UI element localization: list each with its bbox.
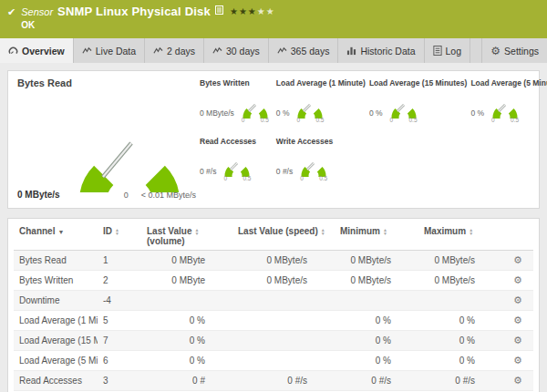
channel-name[interactable]: Load Average (15 Mi...: [14, 331, 98, 351]
priority-stars[interactable]: ★★★★★: [230, 6, 275, 16]
last-value-volume: 0 MByte: [141, 251, 232, 271]
tab-settings[interactable]: ⚙ Settings: [481, 38, 547, 63]
tab-historic-data[interactable]: Historic Data: [338, 38, 424, 63]
maximum-value: 0 MByte/s: [418, 251, 502, 271]
channel-id: 7: [98, 331, 141, 351]
tab-label: Log: [446, 46, 462, 57]
prtg-sensor-page: ✔ Sensor SNMP Linux Physical Disk ★★★★★ …: [0, 0, 547, 392]
object-kind-label: Sensor: [21, 6, 53, 17]
channel-settings-icon[interactable]: ⚙: [513, 274, 522, 285]
status-badge: OK: [21, 20, 275, 30]
tab-live-data[interactable]: Live Data: [74, 38, 145, 63]
last-value-volume: 0 #: [141, 371, 232, 391]
tab-2-days[interactable]: 2 days: [145, 38, 204, 63]
tab-label: Historic Data: [360, 46, 415, 57]
gauge-dial: [61, 90, 198, 192]
line-chart-icon: [153, 46, 163, 56]
sort-icon: ▲▼: [469, 228, 473, 235]
tab-label: 30 days: [226, 46, 260, 57]
channel-name[interactable]: Read Accesses: [14, 371, 98, 391]
table-row: Read Accesses 3 0 # 0 #/s 0 #/s 0 #/s ⚙: [14, 371, 533, 391]
gauge-dial: 0 0.5: [387, 91, 421, 124]
gauge-max-label: 0.5: [315, 117, 324, 123]
col-header-actions: [502, 221, 533, 251]
last-value-volume: 0 %: [141, 351, 232, 371]
minimum-value: 0 MByte/s: [335, 251, 418, 271]
channel-settings-icon[interactable]: ⚙: [513, 315, 522, 325]
channel-name[interactable]: Bytes Read: [14, 251, 98, 271]
line-chart-icon: [82, 46, 92, 56]
table-row: Bytes Written 2 0 MByte 0 MByte/s 0 MByt…: [14, 271, 533, 291]
tab-365-days[interactable]: 365 days: [269, 38, 339, 63]
col-label: Last Value: [147, 226, 191, 236]
sort-icon: ▲▼: [115, 228, 119, 235]
channel-name[interactable]: Load Average (1 Min...: [14, 311, 98, 331]
gauges-panel: Bytes Read 0 MByte/s 0 < 0.01 MByte/s By…: [7, 70, 540, 209]
col-label: Maximum: [424, 226, 466, 236]
channel-name[interactable]: Downtime: [14, 291, 98, 311]
gauge-icon: [8, 46, 18, 56]
gauge-min-label: 0: [300, 175, 304, 181]
last-value-volume: 0 MByte: [141, 271, 232, 291]
channel-name[interactable]: Load Average (5 Min...: [14, 351, 98, 371]
gauge-max-label: 0.5: [319, 175, 327, 181]
gauge-max-label: 0.5: [511, 117, 519, 123]
gauge-max-label: 0.5: [243, 175, 251, 181]
col-header-last-value-volume[interactable]: Last Value▲▼ (volume): [141, 221, 232, 251]
mini-gauge-read-accesses: Read Accesses 0 #/s 0 0.5: [200, 137, 273, 184]
last-value-speed: 0 MByte/s: [232, 271, 335, 291]
table-row: Load Average (15 Mi... 7 0 % 0 % 0 % ⚙: [14, 331, 533, 351]
table-row: Downtime -4 ⚙: [14, 291, 533, 311]
gauge-value: 0 #/s: [276, 167, 293, 182]
gauge-dial: 0 0.5: [220, 150, 254, 182]
tab-overview[interactable]: Overview: [0, 38, 74, 63]
mini-gauge-write-accesses: Write Accesses 0 #/s 0 0.5: [276, 137, 366, 184]
channel-settings-icon[interactable]: ⚙: [513, 355, 522, 366]
gauge-title: Bytes Written: [200, 78, 273, 88]
col-header-id[interactable]: ID▲▼: [98, 221, 141, 251]
col-header-last-value-speed[interactable]: Last Value (speed)▲▼: [232, 221, 335, 251]
minimum-value: 0 #/s: [335, 371, 418, 391]
sensor-menu-icon[interactable]: [215, 5, 223, 15]
col-header-maximum[interactable]: Maximum▲▼: [418, 221, 502, 251]
tab-log[interactable]: Log: [425, 38, 471, 63]
channel-settings-icon[interactable]: ⚙: [513, 335, 522, 346]
col-header-channel[interactable]: Channel▼: [14, 221, 98, 251]
sort-icon: ▲▼: [321, 228, 325, 235]
channel-settings-icon[interactable]: ⚙: [513, 254, 522, 265]
tab-bar: Overview Live Data 2 days 30 days 365 da…: [0, 38, 547, 63]
channel-id: 5: [98, 311, 141, 331]
gauge-max-label: 0.5: [408, 117, 417, 123]
sort-icon: ▲▼: [194, 228, 199, 235]
channel-settings-icon[interactable]: ⚙: [513, 375, 522, 386]
gauge-title: Bytes Read: [17, 77, 200, 88]
tab-label: Overview: [22, 46, 65, 57]
gauge-value: 0 #/s: [200, 167, 216, 182]
table-row: Load Average (1 Min... 5 0 % 0 % 0 % ⚙: [14, 311, 533, 331]
main-gauge-bytes-read: Bytes Read 0 MByte/s 0 < 0.01 MByte/s: [17, 77, 200, 201]
gauge-title: Read Accesses: [200, 137, 273, 146]
tab-30-days[interactable]: 30 days: [204, 38, 269, 63]
last-value-speed: 0 #/s: [232, 371, 335, 391]
col-header-minimum[interactable]: Minimum▲▼: [335, 221, 418, 251]
channel-settings-icon[interactable]: ⚙: [513, 294, 522, 305]
gauge-value: 0 %: [276, 108, 290, 124]
gauge-dial: 0 0.5: [488, 91, 522, 124]
minimum-value: 0 MByte/s: [335, 271, 418, 291]
gauge-min-label: 0: [491, 117, 495, 123]
gauge-current-value: 0 MByte/s: [17, 190, 60, 200]
maximum-value: 0 %: [418, 331, 502, 351]
star-filled-icon: ★★★: [230, 6, 257, 16]
line-chart-icon: [277, 46, 287, 56]
tab-label: Live Data: [96, 46, 136, 57]
gauge-dial: 0 0.5: [238, 91, 273, 124]
page-title: SNMP Linux Physical Disk: [57, 5, 211, 18]
minimum-value: 0 %: [335, 311, 418, 331]
bar-chart-icon: [346, 46, 356, 56]
gauge-value: 0 %: [470, 108, 484, 124]
gauge-min-label: 0: [296, 117, 300, 123]
gauge-min-label: 0: [242, 117, 245, 123]
star-empty-icon: ★★: [257, 6, 275, 16]
channel-name[interactable]: Bytes Written: [14, 271, 98, 291]
last-value-volume: 0 %: [141, 331, 232, 351]
